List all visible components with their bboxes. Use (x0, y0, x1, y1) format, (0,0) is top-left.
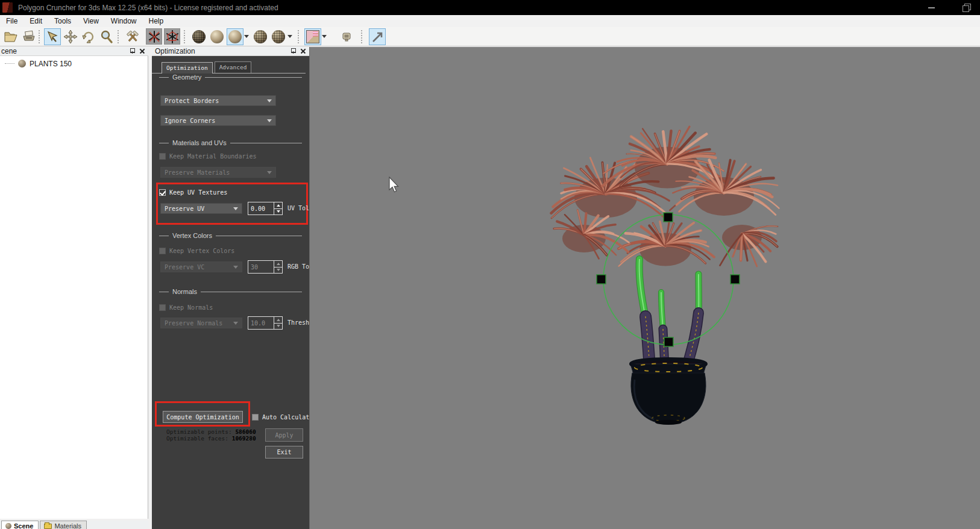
light-icon (341, 31, 353, 43)
tree-branch-line (5, 63, 14, 64)
scene-pin-button[interactable] (128, 48, 136, 55)
vertex-colors-section-heading: Vertex Colors (159, 232, 302, 239)
display-wireframe-button[interactable] (190, 28, 207, 45)
wire-mode-dropdown-arrow[interactable] (287, 35, 292, 38)
uv-tolerance-spinner (248, 202, 283, 215)
keep-uv-textures-checkbox[interactable]: Keep UV Textures (159, 189, 227, 196)
tab-advanced[interactable]: Advanced (215, 61, 252, 73)
restore-icon (963, 5, 969, 11)
down-arrow-icon (277, 269, 280, 271)
select-arrow-icon (46, 30, 59, 43)
tab-optimization[interactable]: Optimization (162, 62, 213, 74)
display-shaded-wire-button[interactable] (252, 28, 269, 45)
materials-tab-label: Materials (54, 522, 81, 529)
crossed-hammers-icon (125, 30, 140, 44)
protect-borders-dropdown[interactable]: Protect Borders (160, 95, 276, 106)
merge-points-button[interactable] (164, 28, 180, 45)
auto-calculate-checkbox[interactable]: Auto Calculate (252, 413, 313, 421)
chevron-down-icon (233, 322, 238, 325)
exit-button[interactable]: Exit (265, 446, 303, 459)
preserve-vc-dropdown: Preserve VC (160, 261, 242, 272)
menu-edit[interactable]: Edit (24, 15, 48, 27)
remove-vertices-button[interactable] (146, 28, 162, 45)
restore-button[interactable] (956, 0, 976, 15)
menu-file[interactable]: File (0, 15, 24, 27)
rotate-tool-button[interactable] (80, 28, 97, 45)
minimize-button[interactable] (921, 0, 941, 15)
fit-view-button[interactable] (369, 28, 386, 45)
object-sphere-icon (18, 60, 26, 67)
up-arrow-icon (277, 204, 280, 207)
display-mode-dropdown-arrow[interactable] (244, 35, 249, 38)
spinner-down-button (274, 267, 282, 274)
checkbox-icon (159, 153, 166, 160)
optimization-panel-title: Optimization (155, 47, 289, 55)
menu-view[interactable]: View (77, 15, 105, 27)
chevron-down-icon (267, 171, 272, 174)
threshold-spinner (248, 316, 283, 330)
checkbox-icon (159, 248, 166, 254)
open-folder-icon (4, 30, 18, 43)
uv-tolerance-input[interactable] (248, 202, 274, 214)
scene-panel-header: cene (0, 47, 148, 56)
display-smooth-button[interactable] (209, 28, 225, 45)
down-arrow-icon (277, 210, 280, 213)
tree-item-plants[interactable]: PLANTS 150 (0, 58, 72, 69)
zoom-tool-button[interactable] (98, 28, 115, 45)
vertex-star-icon (165, 30, 180, 44)
optimization-pin-button[interactable] (289, 48, 297, 55)
scene-panel-title: cene (1, 47, 128, 55)
spinner-down-button[interactable] (274, 208, 282, 215)
optimization-tabs: Optimization Advanced (152, 61, 306, 74)
materials-section-heading: Materials and UVs (159, 139, 302, 146)
mouse-cursor-icon (389, 177, 400, 193)
menu-help[interactable]: Help (143, 15, 170, 27)
spinner-up-button[interactable] (274, 202, 282, 208)
texture-mode-icon (306, 30, 319, 43)
chevron-down-icon (233, 266, 238, 269)
checkbox-icon (159, 304, 166, 311)
checked-checkbox-icon (159, 189, 166, 196)
viewport-3d[interactable] (309, 47, 980, 529)
light-button[interactable] (338, 28, 355, 45)
optimizable-stats: Optimizable points: 586060 Optimizable f… (166, 428, 256, 442)
tab-scene[interactable]: Scene (1, 521, 39, 529)
toolbar-separator (39, 30, 43, 43)
menu-bar: File Edit Tools View Window Help (0, 15, 980, 27)
app-icon (2, 2, 13, 13)
optimize-tools-button[interactable] (124, 28, 141, 45)
materials-folder-icon (44, 524, 52, 529)
ignore-corners-dropdown[interactable]: Ignore Corners (160, 115, 276, 126)
toolbar-separator (118, 30, 122, 43)
preserve-materials-dropdown: Preserve Materials (160, 167, 276, 178)
preserve-uv-dropdown[interactable]: Preserve UV (160, 203, 242, 214)
tab-materials[interactable]: Materials (40, 521, 87, 529)
optimization-panel-header: Optimization (152, 47, 309, 56)
scene-tab-label: Scene (14, 522, 33, 529)
pan-arrows-icon (63, 30, 78, 44)
printer-icon (22, 30, 36, 43)
up-arrow-icon (277, 263, 280, 265)
toolbar-separator (184, 30, 188, 43)
compute-optimization-button[interactable]: Compute Optimization (163, 411, 243, 423)
menu-tools[interactable]: Tools (48, 15, 77, 27)
magnifier-icon (99, 30, 114, 44)
open-file-button[interactable] (2, 28, 19, 45)
wireframe-sphere-icon (192, 30, 206, 43)
chevron-down-icon (233, 207, 238, 210)
display-shaded-button[interactable] (227, 28, 243, 45)
shaded-sphere-icon (228, 30, 242, 43)
pin-icon (130, 48, 134, 54)
select-tool-button[interactable] (44, 28, 61, 45)
texture-mode-button[interactable] (304, 28, 321, 45)
texture-mode-dropdown-arrow[interactable] (322, 35, 327, 38)
display-wire-textured-button[interactable] (270, 28, 287, 45)
print-button[interactable] (20, 28, 37, 45)
tree-item-label: PLANTS 150 (30, 60, 72, 68)
menu-window[interactable]: Window (105, 15, 143, 27)
pan-tool-button[interactable] (62, 28, 79, 45)
toolbar-separator (361, 30, 365, 43)
spinner-up-button (274, 317, 282, 323)
scene-close-button[interactable] (138, 48, 146, 55)
optimization-close-button[interactable] (299, 48, 307, 55)
